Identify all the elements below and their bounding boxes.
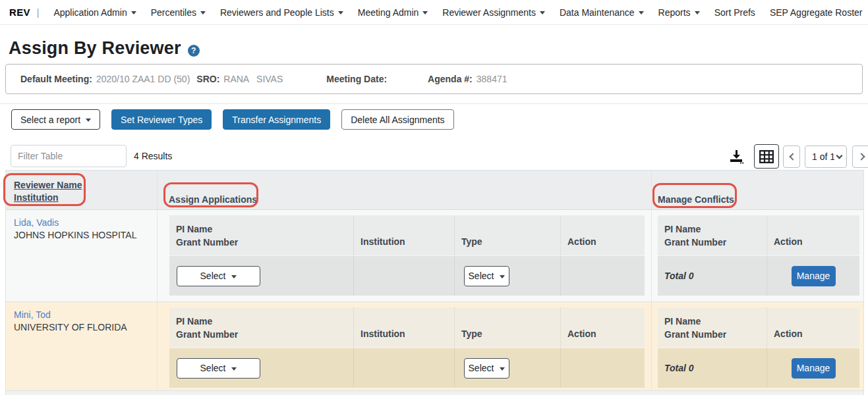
nav-percentiles[interactable]: Percentiles (151, 7, 206, 18)
nav-reviewer-assignments[interactable]: Reviewer Assignments (442, 7, 545, 18)
institution-cell (354, 348, 455, 388)
nav-application-admin[interactable]: Application Admin (53, 7, 136, 18)
assign-applications-subtable: PI Name Grant Number Institution Type Ac… (169, 215, 645, 296)
nav-reviewers-people-lists[interactable]: Reviewers and People Lists (220, 7, 343, 18)
previous-page-button[interactable] (783, 145, 800, 168)
caret-down-icon (540, 11, 545, 14)
page-title: Assign By Reviewer ? (9, 38, 200, 59)
pi-select-cell: Select (169, 348, 354, 388)
nav-sep-aggregate-roster[interactable]: SEP Aggregate Roster (770, 7, 863, 18)
caret-down-icon (639, 11, 644, 14)
help-icon[interactable]: ? (188, 45, 200, 57)
sort-reviewer-name-link[interactable]: Reviewer Name (14, 179, 157, 192)
pi-select-dropdown[interactable]: Select (177, 266, 260, 286)
conflict-total: Total 0 (658, 348, 767, 388)
type-header: Type (455, 215, 561, 256)
table-row-partial (6, 391, 863, 395)
action-header: Action (561, 215, 645, 256)
meeting-info-bar: Default Meeting: 2020/10 ZAA1 DD (50) SR… (5, 64, 863, 94)
page-select[interactable]: 1 of 1 (805, 145, 847, 168)
reviewer-table: Reviewer Name Institution Assign Applica… (5, 170, 864, 395)
agenda-value: 388471 (477, 74, 507, 84)
caret-down-icon (338, 11, 343, 14)
default-meeting-label: Default Meeting: (20, 74, 92, 84)
sro-label: SRO: (196, 74, 219, 84)
reviewer-name-link[interactable]: Lida, Vadis (14, 217, 59, 228)
select-report-dropdown[interactable]: Select a report (11, 109, 100, 130)
institution-cell (354, 256, 455, 296)
caret-down-icon (86, 118, 91, 122)
manage-cell: Manage (767, 348, 859, 388)
type-select-dropdown[interactable]: Select (464, 358, 509, 379)
assign-applications-column-header: Assign Applications (158, 171, 652, 209)
pi-select-dropdown[interactable]: Select (177, 358, 260, 379)
action-header: Action (767, 215, 859, 256)
transfer-assignments-button[interactable]: Transfer Assignments (223, 109, 330, 130)
reviewer-cell: Lida, Vadis JOHNS HOPKINS HOSPITAL (6, 210, 158, 302)
next-page-button[interactable] (852, 145, 868, 168)
type-select-cell: Select (455, 256, 561, 296)
set-reviewer-types-button[interactable]: Set Reviewer Types (111, 109, 212, 130)
table-grid-icon (759, 150, 774, 163)
sort-institution-link[interactable]: Institution (14, 192, 157, 204)
reviewer-institution: UNIVERSITY OF FLORIDA (14, 321, 157, 334)
chevron-right-icon (857, 153, 865, 160)
filter-table-input[interactable] (11, 145, 127, 167)
manage-conflicts-cell: PI Name Grant Number Action Total 0 Mana… (652, 210, 865, 302)
nav-data-maintenance[interactable]: Data Maintenance (560, 7, 644, 18)
nav-sort-prefs[interactable]: Sort Prefs (714, 7, 755, 18)
manage-conflicts-button[interactable]: Manage (792, 358, 836, 379)
assign-applications-subtable: PI Name Grant Number Institution Type Ac… (169, 307, 645, 388)
section-divider (0, 103, 868, 104)
sro-value: RANA SIVAS (223, 74, 283, 84)
nav-divider: | (37, 7, 40, 18)
conflict-total: Total 0 (658, 256, 767, 296)
reviewer-column-header: Reviewer Name Institution (6, 171, 158, 209)
type-header: Type (455, 307, 561, 348)
caret-down-icon (500, 275, 505, 278)
pi-grant-header: PI Name Grant Number (169, 307, 354, 348)
caret-down-icon (500, 367, 505, 371)
manage-conflicts-subtable: PI Name Grant Number Action Total 0 Mana… (658, 307, 859, 388)
reviewer-cell: Mini, Tod UNIVERSITY OF FLORIDA (6, 302, 158, 390)
meeting-date-label: Meeting Date: (326, 74, 387, 84)
manage-conflicts-button[interactable]: Manage (792, 266, 836, 286)
manage-conflicts-cell: PI Name Grant Number Action Total 0 Mana… (652, 302, 865, 390)
pi-select-cell: Select (169, 256, 354, 296)
type-select-dropdown[interactable]: Select (464, 266, 509, 286)
caret-down-icon (131, 11, 136, 14)
chevron-left-icon (789, 153, 796, 160)
table-row: Mini, Tod UNIVERSITY OF FLORIDA PI Name … (6, 302, 863, 391)
default-meeting-value: 2020/10 ZAA1 DD (50) (96, 74, 190, 84)
download-icon[interactable] (728, 148, 744, 164)
assign-applications-cell: PI Name Grant Number Institution Type Ac… (158, 210, 652, 302)
caret-down-icon (422, 11, 428, 14)
reviewer-name-link[interactable]: Mini, Tod (14, 309, 51, 320)
toolbar: Select a report Set Reviewer Types Trans… (11, 109, 454, 130)
caret-down-icon (231, 367, 237, 371)
page-select-wrap: 1 of 1 (805, 145, 847, 168)
caret-down-icon (695, 11, 700, 14)
action-header: Action (767, 307, 859, 348)
delete-all-assignments-button[interactable]: Delete All Assignments (341, 109, 453, 130)
table-row: Lida, Vadis JOHNS HOPKINS HOSPITAL PI Na… (6, 210, 863, 302)
manage-conflicts-column-header: Manage Conflicts (652, 171, 865, 209)
reviewer-institution: JOHNS HOPKINS HOSPITAL (14, 229, 157, 242)
nav-meeting-admin[interactable]: Meeting Admin (358, 7, 428, 18)
action-header: Action (561, 307, 645, 348)
pi-grant-header: PI Name Grant Number (169, 215, 354, 256)
column-settings-button[interactable] (754, 144, 779, 169)
type-select-cell: Select (455, 348, 561, 388)
caret-down-icon (200, 11, 206, 14)
action-cell (561, 256, 645, 296)
nav-reports[interactable]: Reports (658, 7, 700, 18)
app-brand: REV (9, 7, 30, 18)
manage-conflicts-subtable: PI Name Grant Number Action Total 0 Mana… (658, 215, 859, 296)
table-header-row: Reviewer Name Institution Assign Applica… (6, 171, 863, 210)
pi-grant-header: PI Name Grant Number (658, 215, 767, 256)
agenda-label: Agenda #: (428, 74, 473, 84)
top-nav-bar: REV | Application Admin Percentiles Revi… (0, 0, 868, 25)
action-cell (561, 348, 645, 388)
caret-down-icon (231, 275, 237, 278)
manage-cell: Manage (767, 256, 859, 296)
